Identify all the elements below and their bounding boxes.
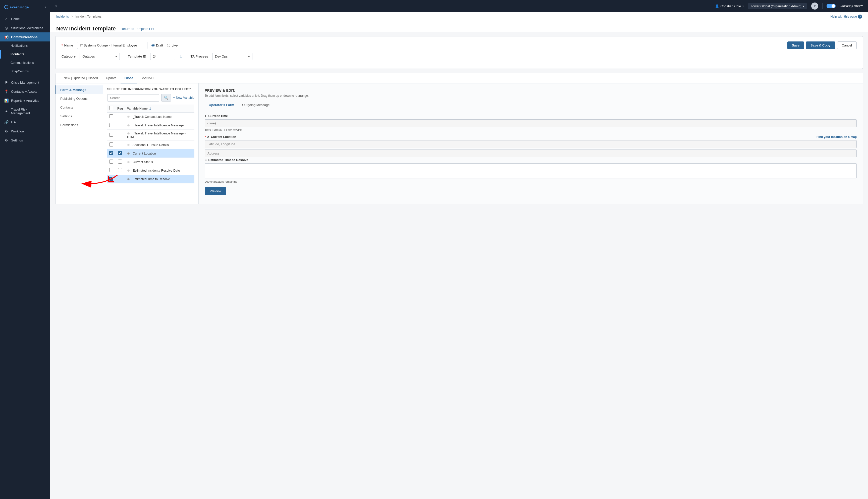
- row1-checkbox[interactable]: [109, 114, 113, 118]
- row5-req-checkbox[interactable]: [118, 151, 122, 155]
- draft-radio-label[interactable]: Draft: [151, 44, 163, 47]
- left-nav-publishing-options[interactable]: Publishing Options: [55, 94, 103, 103]
- row7-checkbox[interactable]: [109, 168, 113, 172]
- select-all-checkbox[interactable]: [109, 106, 113, 110]
- draft-label: Draft: [156, 44, 163, 47]
- preview-field-est-time: 3 Estimated Time to Resolve 260 characte…: [205, 158, 857, 183]
- row3-select-cell: [107, 130, 115, 141]
- sidebar-item-communications[interactable]: 📢 Communications: [0, 33, 50, 41]
- field2-lat-input[interactable]: [205, 140, 857, 148]
- travel-icon: ✈: [4, 109, 9, 113]
- row6-req-checkbox[interactable]: [118, 160, 122, 163]
- col-req: Req: [115, 105, 125, 112]
- sidebar-item-settings[interactable]: ⚙ Settings: [0, 136, 50, 145]
- sidebar-item-notifications[interactable]: Notifications: [0, 41, 50, 50]
- tab-update[interactable]: Update: [102, 73, 121, 83]
- left-nav-permissions[interactable]: Permissions: [55, 121, 103, 130]
- topbar-org-selector[interactable]: Tower Global (Organization Admin) ▾: [748, 3, 807, 9]
- left-nav-contacts[interactable]: Contacts: [55, 103, 103, 112]
- logo-text: everbridge: [10, 5, 29, 9]
- table-row: ⊕ Current Status: [107, 158, 195, 166]
- row6-drag-handle[interactable]: ⊕: [127, 160, 130, 164]
- breadcrumb-parent-link[interactable]: Incidents: [56, 15, 69, 19]
- org-dropdown-icon: ▾: [803, 5, 804, 8]
- fast-forward-icon[interactable]: »: [55, 4, 57, 8]
- sidebar-home-label: Home: [11, 17, 20, 21]
- field3-textarea[interactable]: [205, 163, 857, 179]
- row2-drag-handle[interactable]: ⊕: [127, 124, 130, 127]
- row2-checkbox[interactable]: [109, 123, 113, 127]
- preview-tab-outgoing-message[interactable]: Outgoing Message: [238, 101, 273, 109]
- row4-drag-handle[interactable]: ⊕: [127, 143, 130, 147]
- sidebar-item-crisis-management[interactable]: ⚑ Crisis Management: [0, 78, 50, 87]
- field1-time-input[interactable]: [205, 119, 857, 127]
- sidebar-item-reports-analytics[interactable]: 📊 Reports + Analytics: [0, 96, 50, 105]
- row8-drag-handle[interactable]: ⊕: [127, 178, 130, 181]
- preview-title: PREVIEW & EDIT:: [205, 88, 857, 93]
- search-button[interactable]: 🔍: [161, 94, 171, 101]
- cancel-button[interactable]: Cancel: [837, 41, 857, 49]
- collapse-sidebar-button[interactable]: «: [45, 5, 46, 9]
- topbar-user[interactable]: 👤 Christian Cole ▾: [715, 4, 744, 8]
- live-radio[interactable]: [167, 44, 170, 47]
- tab-close[interactable]: Close: [121, 73, 137, 83]
- name-input[interactable]: [77, 42, 147, 49]
- sidebar-item-ita[interactable]: 🔗 ITA: [0, 118, 50, 126]
- template-id-input[interactable]: [150, 53, 175, 60]
- row4-select-cell: [107, 141, 115, 149]
- topbar-360-toggle: Everbridge 360™: [827, 4, 863, 8]
- new-variable-button[interactable]: + New Variable: [173, 96, 195, 99]
- help-link[interactable]: Help with this page ?: [830, 15, 862, 19]
- search-input[interactable]: [107, 94, 159, 101]
- new-var-plus-icon: +: [173, 96, 175, 99]
- row6-checkbox[interactable]: [109, 160, 113, 163]
- row3-checkbox[interactable]: [109, 133, 113, 137]
- row5-checkbox[interactable]: [109, 151, 113, 155]
- live-radio-label[interactable]: Live: [167, 44, 177, 47]
- help-text: Help with this page: [830, 15, 857, 19]
- sidebar-item-contacts-assets[interactable]: 📍 Contacts + Assets: [0, 87, 50, 96]
- sidebar-item-situational-awareness[interactable]: ◎ Situational Awareness: [0, 23, 50, 33]
- category-select[interactable]: Outages: [79, 53, 120, 60]
- save-copy-button[interactable]: Save & Copy: [806, 41, 835, 49]
- row8-checkbox[interactable]: [109, 177, 113, 181]
- required-star: *: [62, 44, 63, 47]
- tab-manage[interactable]: MANAGE: [137, 73, 160, 83]
- sidebar-item-workflow[interactable]: ⚙ Workflow: [0, 126, 50, 136]
- tab-navigation: New | Updated | Closed Update Close MANA…: [55, 73, 863, 83]
- left-nav-settings[interactable]: Settings: [55, 112, 103, 121]
- ita-process-select[interactable]: Dev Ops: [212, 53, 252, 60]
- sidebar-snapcomms-label: SnapComms: [11, 70, 29, 73]
- save-button[interactable]: Save: [788, 41, 804, 49]
- tab-new-updated-closed[interactable]: New | Updated | Closed: [60, 73, 102, 83]
- name-row: * Name Draft Live Save Save & C: [62, 41, 857, 49]
- sidebar-item-snapcomms[interactable]: SnapComms: [0, 67, 50, 76]
- sidebar-item-communications-sub[interactable]: Communications: [0, 59, 50, 67]
- toggle-360-switch[interactable]: [827, 4, 835, 8]
- help-circle-icon: ?: [858, 15, 862, 19]
- live-label: Live: [172, 44, 177, 47]
- row1-drag-handle[interactable]: ⊕: [127, 115, 130, 119]
- sidebar-item-incidents[interactable]: Incidents: [0, 50, 50, 59]
- variable-selector: SELECT THE INFORMATION YOU WANT TO COLLE…: [103, 83, 199, 204]
- ita-process-label: ITA Process: [190, 54, 208, 58]
- return-to-template-list-link[interactable]: Return to Template List: [121, 27, 154, 31]
- home-icon: ⌂: [4, 17, 9, 21]
- row7-drag-handle[interactable]: ⊕: [127, 169, 130, 172]
- row7-req-checkbox[interactable]: [118, 168, 122, 172]
- left-nav-form-message[interactable]: Form & Message: [55, 85, 103, 94]
- preview-button[interactable]: Preview: [205, 187, 226, 195]
- field2-addr-input[interactable]: [205, 149, 857, 157]
- topbar-help-button[interactable]: ?: [811, 2, 818, 10]
- crisis-icon: ⚑: [4, 81, 9, 84]
- col-variable-name: Variable Name ℹ: [125, 105, 195, 112]
- preview-tab-operators-form[interactable]: Operator's Form: [205, 101, 238, 109]
- row8-select-cell: [107, 175, 115, 183]
- row5-drag-handle[interactable]: ⊕: [127, 152, 130, 155]
- sidebar-item-home[interactable]: ⌂ Home: [0, 14, 50, 23]
- sidebar-item-travel-risk[interactable]: ✈ Travel Risk Management: [0, 105, 50, 118]
- draft-radio[interactable]: [151, 44, 155, 47]
- row3-drag-handle[interactable]: ⊕: [127, 132, 130, 135]
- field2-map-link[interactable]: Find your location on a map: [817, 135, 857, 139]
- row4-checkbox[interactable]: [109, 143, 113, 146]
